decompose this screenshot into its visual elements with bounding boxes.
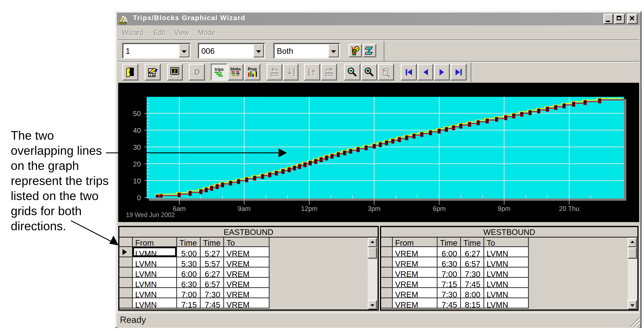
- svg-text:50: 50: [133, 110, 141, 118]
- svg-text:40: 40: [133, 126, 141, 134]
- svg-text:9am: 9am: [238, 205, 250, 212]
- svg-text:0: 0: [137, 194, 141, 202]
- svg-text:Prop: Prop: [248, 67, 257, 71]
- svg-text:12pm: 12pm: [301, 205, 318, 212]
- svg-text:2: 2: [173, 69, 176, 74]
- svg-text:19 Wed Jun 2002: 19 Wed Jun 2002: [126, 211, 175, 218]
- svg-text:20: 20: [133, 160, 141, 168]
- svg-text:bloks: bloks: [230, 67, 241, 71]
- svg-text:D: D: [194, 68, 200, 76]
- svg-text:6pm: 6pm: [433, 205, 446, 212]
- svg-text:9pm: 9pm: [498, 205, 510, 212]
- svg-text:10: 10: [133, 177, 141, 185]
- svg-text:20 Thu: 20 Thu: [559, 205, 580, 212]
- svg-text:30: 30: [133, 143, 141, 151]
- svg-text:trips: trips: [215, 67, 224, 72]
- svg-text:3pm: 3pm: [368, 205, 380, 212]
